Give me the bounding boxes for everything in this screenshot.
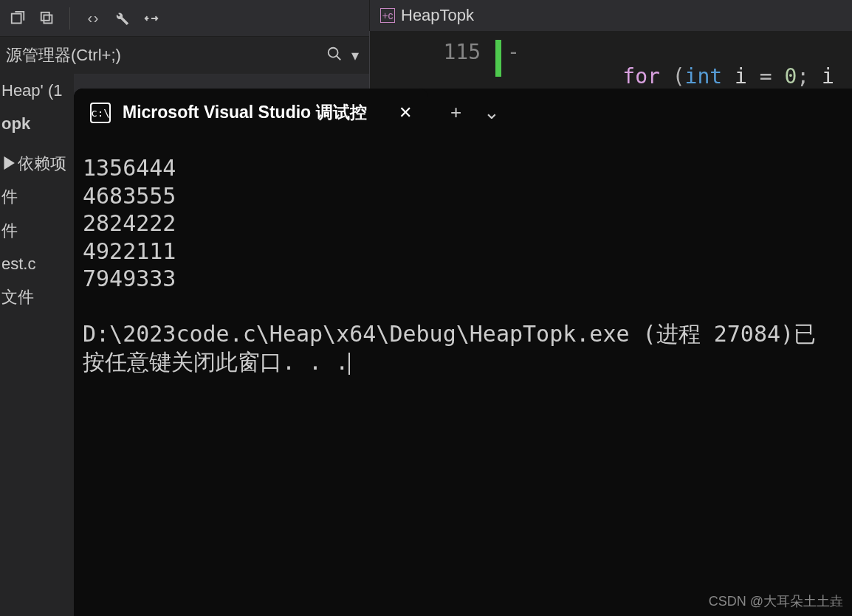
editor-tab-label: HeapTopk xyxy=(401,6,474,25)
terminal-output[interactable]: 13564444683555282422249221117949333 D:\2… xyxy=(74,136,852,393)
sync-icon[interactable] xyxy=(140,7,163,30)
explorer-item-file[interactable]: est.c xyxy=(0,247,74,280)
output-line: 7949333 xyxy=(83,265,843,293)
toolbar-divider xyxy=(69,7,70,30)
output-line: 1356444 xyxy=(83,154,843,182)
solution-explorer: Heap' (1 opk ▶依赖项 件 件 est.c 文件 xyxy=(0,74,74,616)
dropdown-icon[interactable]: ▾ xyxy=(347,46,363,64)
explorer-item-deps[interactable]: ▶依赖项 xyxy=(0,147,74,180)
explorer-search-row: 源管理器(Ctrl+;) ▾ xyxy=(0,37,369,74)
copy-icon[interactable] xyxy=(35,7,59,30)
explorer-item[interactable]: 件 xyxy=(0,214,74,247)
editor-tab-heaptopk[interactable]: +c HeapTopk xyxy=(380,6,474,25)
collapse-icon[interactable]: - xyxy=(501,31,529,90)
keyword-for: for xyxy=(622,64,660,89)
project-node[interactable]: opk xyxy=(0,107,74,140)
terminal-tab[interactable]: c:\ Microsoft Visual Studio 调试控 ✕ xyxy=(74,89,428,136)
toolbar-left-group: ‹ › xyxy=(6,7,163,30)
change-indicator xyxy=(495,40,501,77)
exit-line: D:\2023code.c\Heap\x64\Debug\HeapTopk.ex… xyxy=(83,320,843,348)
back-icon[interactable] xyxy=(6,7,30,30)
terminal-tab-title: Microsoft Visual Studio 调试控 xyxy=(123,101,387,124)
close-icon[interactable]: ✕ xyxy=(399,103,412,122)
code-editor[interactable]: 115 - for (int i = 0; i xyxy=(369,31,852,90)
editor-tabbar: +c HeapTopk xyxy=(369,0,474,31)
explorer-item[interactable] xyxy=(0,141,74,147)
cursor xyxy=(348,353,350,375)
type-int: int xyxy=(685,64,723,89)
svg-rect-2 xyxy=(41,12,49,20)
wrench-icon[interactable] xyxy=(110,7,134,30)
search-icon[interactable] xyxy=(322,46,347,66)
terminal-icon: c:\ xyxy=(90,103,111,123)
svg-point-3 xyxy=(329,47,338,57)
line-number: 115 xyxy=(370,40,481,64)
terminal-controls: + ⌄ xyxy=(428,101,522,124)
output-line: 4922111 xyxy=(83,238,843,266)
new-tab-button[interactable]: + xyxy=(450,101,461,124)
svg-rect-0 xyxy=(12,13,21,23)
tab-dropdown-icon[interactable]: ⌄ xyxy=(484,101,500,124)
code-line: for (int i = 0; i xyxy=(529,31,834,90)
search-input[interactable]: 源管理器(Ctrl+;) xyxy=(6,44,322,66)
code-icon[interactable]: ‹ › xyxy=(80,7,104,30)
explorer-item[interactable]: 文件 xyxy=(0,280,74,314)
solution-node[interactable]: Heap' (1 xyxy=(0,74,74,107)
svg-rect-1 xyxy=(44,15,52,23)
cpp-file-icon: +c xyxy=(380,8,395,23)
prompt-line: 按任意键关闭此窗口. . . xyxy=(83,349,348,375)
output-line: 2824222 xyxy=(83,210,843,238)
line-number-gutter: 115 xyxy=(370,31,495,90)
explorer-item[interactable]: 件 xyxy=(0,180,74,213)
output-line: 4683555 xyxy=(83,182,843,210)
debug-console-window: c:\ Microsoft Visual Studio 调试控 ✕ + ⌄ 13… xyxy=(74,89,852,616)
terminal-tabbar: c:\ Microsoft Visual Studio 调试控 ✕ + ⌄ xyxy=(74,89,852,136)
watermark: CSDN @大耳朵土土垚 xyxy=(709,592,843,610)
